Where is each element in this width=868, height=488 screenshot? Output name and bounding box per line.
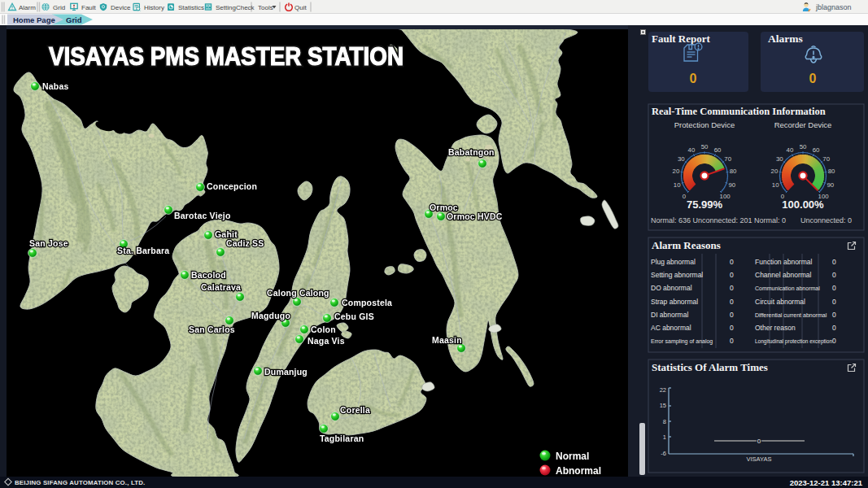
svg-text:Barotac Viejo: Barotac Viejo (174, 211, 231, 220)
svg-text:90: 90 (728, 181, 735, 189)
svg-text:0: 0 (730, 284, 734, 292)
svg-text:Cebu GIS: Cebu GIS (334, 312, 374, 321)
svg-text:0: 0 (730, 337, 734, 345)
svg-text:BEIJING SIFANG AUTOMATION CO.,: BEIJING SIFANG AUTOMATION CO., LTD. (15, 479, 146, 486)
svg-text:History: History (144, 4, 164, 11)
svg-text:Longitudinal protection except: Longitudinal protection exception (755, 338, 832, 345)
svg-text:Dumanjug: Dumanjug (264, 367, 308, 377)
svg-text:jblagnason: jblagnason (815, 3, 852, 11)
svg-text:VISAYAS: VISAYAS (747, 455, 772, 463)
svg-text:Normal: 636 Unconnected: 201 N: Normal: 636 Unconnected: 201 Normal: 0 (651, 216, 786, 224)
svg-text:0: 0 (730, 324, 734, 332)
svg-text:10: 10 (772, 181, 779, 189)
svg-text:Protection Device: Protection Device (674, 120, 735, 129)
svg-text:Cadiz SS: Cadiz SS (226, 238, 264, 248)
svg-text:Naga Vis: Naga Vis (308, 336, 345, 346)
svg-text:San Carlos: San Carlos (189, 325, 235, 334)
svg-text:Compostela: Compostela (342, 298, 392, 307)
svg-text:Bacolod: Bacolod (191, 270, 226, 280)
svg-text:50: 50 (701, 143, 709, 150)
svg-text:30: 30 (678, 155, 685, 163)
svg-text:Calatrava: Calatrava (201, 282, 241, 292)
svg-text:Other reason: Other reason (755, 324, 796, 332)
svg-text:AC abnormal: AC abnormal (651, 324, 691, 332)
svg-text:0: 0 (757, 438, 761, 445)
svg-text:Device: Device (111, 4, 131, 11)
svg-text:0: 0 (832, 271, 836, 279)
svg-text:Quit: Quit (294, 4, 307, 11)
svg-text:0: 0 (832, 284, 836, 292)
svg-text:22: 22 (660, 386, 666, 394)
svg-text:Tools: Tools (258, 4, 273, 11)
svg-text:Colon: Colon (311, 325, 336, 334)
svg-text:VISAYAS PMS MASTER STATION: VISAYAS PMS MASTER STATION (49, 41, 403, 71)
svg-text:0: 0 (832, 258, 836, 266)
svg-text:20: 20 (771, 168, 779, 175)
svg-text:0: 0 (832, 337, 836, 345)
svg-text:30: 30 (776, 155, 783, 163)
svg-text:100.00%: 100.00% (782, 198, 824, 211)
svg-text:Fault: Fault (81, 4, 97, 11)
svg-text:SettingCheck: SettingCheck (216, 4, 255, 11)
svg-text:20: 20 (673, 168, 680, 175)
svg-text:8: 8 (663, 418, 666, 425)
svg-text:80: 80 (828, 168, 835, 175)
svg-text:Concepcion: Concepcion (207, 181, 257, 191)
svg-text:Alarm Reasons: Alarm Reasons (652, 239, 721, 251)
svg-text:Alarm: Alarm (19, 4, 36, 11)
svg-text:Real-Time Communication Inform: Real-Time Communication Information (652, 106, 826, 117)
svg-text:70: 70 (724, 155, 731, 163)
svg-text:50: 50 (800, 143, 807, 150)
svg-text:0: 0 (809, 72, 817, 85)
svg-text:60: 60 (813, 146, 820, 154)
svg-text:80: 80 (730, 168, 737, 175)
svg-text:Nabas: Nabas (42, 81, 69, 91)
svg-text:0: 0 (832, 324, 836, 332)
svg-text:Maasin: Maasin (432, 335, 462, 345)
svg-text:Babatngon: Babatngon (448, 147, 495, 157)
svg-text:Normal: Normal (556, 451, 589, 462)
svg-text:0: 0 (730, 258, 734, 266)
svg-text:DO abnormal: DO abnormal (651, 284, 692, 292)
svg-text:DI abnormal: DI abnormal (651, 311, 688, 319)
svg-text:Statistics Of Alarm Times: Statistics Of Alarm Times (652, 361, 768, 373)
svg-text:Channel abnormal: Channel abnormal (755, 271, 812, 279)
svg-text:Setting abnormal: Setting abnormal (651, 271, 703, 279)
svg-text:0: 0 (832, 298, 836, 306)
svg-text:Error sampling of analog: Error sampling of analog (651, 338, 713, 345)
svg-text:60: 60 (714, 146, 722, 154)
svg-text:Home Page: Home Page (13, 15, 55, 24)
svg-text:Alarms: Alarms (768, 33, 803, 45)
svg-text:0: 0 (690, 72, 697, 85)
svg-text:-6: -6 (661, 450, 666, 457)
svg-text:San Jose: San Jose (29, 238, 68, 248)
svg-text:15: 15 (660, 402, 666, 409)
svg-text:Corella: Corella (340, 405, 370, 415)
svg-text:Circuit abnormal: Circuit abnormal (755, 298, 805, 306)
svg-text:90: 90 (827, 181, 834, 189)
svg-text:40: 40 (688, 146, 696, 154)
svg-text:Grid: Grid (53, 4, 65, 11)
svg-text:Unconnected: 0: Unconnected: 0 (800, 216, 852, 224)
svg-text:40: 40 (787, 146, 794, 154)
svg-text:0: 0 (730, 271, 734, 279)
svg-text:Ormoc HVDC: Ormoc HVDC (447, 211, 503, 221)
svg-text:Magdugo: Magdugo (251, 311, 290, 320)
svg-text:Function abnormal: Function abnormal (755, 258, 813, 266)
svg-text:Statistics: Statistics (178, 4, 204, 11)
svg-text:75.99%: 75.99% (687, 198, 723, 211)
svg-text:10: 10 (674, 181, 681, 189)
svg-text:Strap abnormal: Strap abnormal (651, 298, 698, 306)
svg-text:2023-12-21 13:47:21: 2023-12-21 13:47:21 (790, 478, 863, 487)
svg-text:Recorder Device: Recorder Device (774, 120, 832, 129)
svg-text:0: 0 (730, 298, 734, 306)
svg-text:Calong Calong: Calong Calong (267, 288, 329, 298)
svg-text:1: 1 (663, 434, 666, 441)
svg-text:Tagbilaran: Tagbilaran (320, 434, 364, 443)
svg-text:70: 70 (822, 155, 830, 163)
svg-text:Plug abnormal: Plug abnormal (651, 258, 696, 266)
svg-text:Grid: Grid (66, 15, 82, 24)
svg-text:Fault Report: Fault Report (652, 33, 711, 45)
svg-text:0: 0 (832, 311, 836, 319)
svg-text:Differential current abnormal: Differential current abnormal (755, 312, 827, 318)
